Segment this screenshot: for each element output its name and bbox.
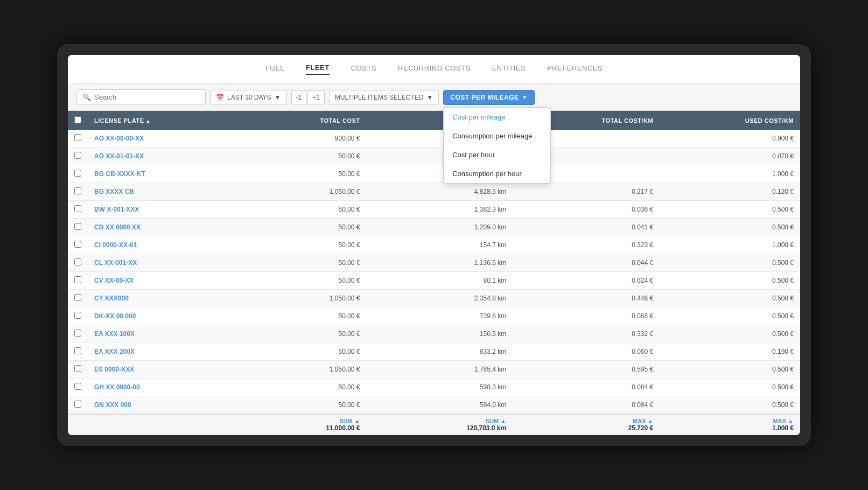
row-checkbox-cell[interactable] <box>68 130 88 148</box>
row-plate[interactable]: BG XXXX CB <box>88 183 246 201</box>
row-cost-km: 0.044 € <box>513 254 660 272</box>
row-plate[interactable]: ES 0000-XXX <box>88 361 246 379</box>
row-used-cost-km: 0.500 € <box>660 379 800 396</box>
row-plate[interactable]: CV XX-00-XX <box>88 272 246 290</box>
row-checkbox[interactable] <box>74 401 81 408</box>
row-checkbox-cell[interactable] <box>68 290 88 307</box>
row-checkbox[interactable] <box>74 223 81 230</box>
row-plate[interactable]: GH XX 0000-00 <box>88 379 246 396</box>
table-body: AO XX-00-00-XX 900.00 € 667.7 km 0.900 €… <box>68 130 800 414</box>
row-total-cost: 50.00 € <box>246 254 367 272</box>
row-checkbox-cell[interactable] <box>68 201 88 219</box>
nav-fuel[interactable]: FUEL <box>265 64 284 74</box>
row-checkbox-cell[interactable] <box>68 325 88 343</box>
footer-used-cost-km-label: MAX ▲ <box>666 418 794 424</box>
row-plate[interactable]: AO XX-00-00-XX <box>88 130 246 148</box>
row-checkbox[interactable] <box>74 241 81 248</box>
row-checkbox[interactable] <box>74 134 81 141</box>
row-checkbox[interactable] <box>74 383 81 390</box>
row-checkbox-cell[interactable] <box>68 379 88 396</box>
row-total-cost: 50.00 € <box>246 201 367 219</box>
col-used-cost-km[interactable]: USED COST/KM <box>660 111 800 130</box>
row-checkbox[interactable] <box>74 170 81 177</box>
row-plate[interactable]: BG CB-XXXX-KT <box>88 165 246 183</box>
row-used-cost-km: 0.900 € <box>660 130 800 148</box>
dropdown-item-consumption-mileage[interactable]: Consumption per mileage <box>444 127 550 145</box>
multi-select-dropdown[interactable]: MULTIPLE ITEMS SELECTED ▼ <box>329 90 439 105</box>
row-used-cost-km: 0.070 € <box>660 148 800 165</box>
row-total-mileage: 594.0 km <box>367 396 513 415</box>
row-plate[interactable]: CL XX-001-XX <box>88 254 246 272</box>
row-plate[interactable]: GN XXX 000 <box>88 396 246 415</box>
table-row: DK-XX 00 000 50.00 € 739.6 km 0.068 € 0.… <box>68 307 800 325</box>
row-checkbox[interactable] <box>74 347 81 354</box>
date-filter[interactable]: 📅 LAST 30 DAYS ▼ <box>210 90 287 105</box>
nav-fleet[interactable]: FLEET <box>306 64 330 75</box>
row-plate[interactable]: CD XX 0000 XX <box>88 219 246 236</box>
row-total-mileage: 598.3 km <box>367 379 513 396</box>
row-used-cost-km: 0.500 € <box>660 396 800 415</box>
calendar-icon: 📅 <box>216 94 224 101</box>
multi-select-label: MULTIPLE ITEMS SELECTED <box>335 94 423 101</box>
col-license-plate[interactable]: LICENSE PLATE <box>88 111 246 130</box>
step-minus-button[interactable]: -1 <box>291 90 307 104</box>
row-checkbox[interactable] <box>74 187 81 194</box>
row-checkbox-cell[interactable] <box>68 183 88 201</box>
row-plate[interactable]: CY XXX000 <box>88 290 246 307</box>
row-total-mileage: 1,382.3 km <box>367 201 513 219</box>
step-buttons: -1 +1 <box>291 90 325 104</box>
select-all-header[interactable] <box>68 111 88 130</box>
row-checkbox-cell[interactable] <box>68 254 88 272</box>
nav-entities[interactable]: ENTITIES <box>492 64 526 74</box>
cost-filter-arrow: ▼ <box>522 94 528 100</box>
multi-select-arrow: ▼ <box>426 94 433 101</box>
select-all-checkbox[interactable] <box>74 116 81 123</box>
dropdown-item-cost-mileage[interactable]: Cost per mileage <box>444 108 550 127</box>
cost-filter-dropdown[interactable]: COST PER MILEAGE ▼ <box>443 90 535 105</box>
search-input[interactable] <box>94 93 200 101</box>
row-checkbox-cell[interactable] <box>68 236 88 254</box>
row-total-mileage: 1,136.5 km <box>367 254 513 272</box>
row-checkbox[interactable] <box>74 276 81 283</box>
search-box[interactable]: 🔍 <box>76 89 206 105</box>
row-checkbox[interactable] <box>74 152 81 159</box>
row-checkbox-cell[interactable] <box>68 361 88 379</box>
row-used-cost-km: 0.500 € <box>660 219 800 236</box>
row-checkbox[interactable] <box>74 312 81 319</box>
row-checkbox[interactable] <box>74 365 81 372</box>
row-checkbox-cell[interactable] <box>68 396 88 415</box>
table-footer: SUM ▲ 11,000.00 € SUM ▲ 120,703.0 km MAX… <box>68 414 800 435</box>
row-checkbox-cell[interactable] <box>68 148 88 165</box>
row-checkbox-cell[interactable] <box>68 343 88 361</box>
row-used-cost-km: 0.500 € <box>660 201 800 219</box>
nav-preferences[interactable]: PREFERENCES <box>547 64 603 74</box>
row-total-cost: 50.00 € <box>246 379 367 396</box>
row-plate[interactable]: AO XX-01-01-XX <box>88 148 246 165</box>
row-checkbox[interactable] <box>74 205 81 212</box>
row-total-mileage: 833.2 km <box>367 343 513 361</box>
row-cost-km: 0.068 € <box>513 307 660 325</box>
row-plate[interactable]: EA XXX 100X <box>88 325 246 343</box>
col-total-cost[interactable]: TOTAL COST <box>246 111 367 130</box>
row-checkbox[interactable] <box>74 294 81 301</box>
dropdown-item-consumption-hour[interactable]: Consumption per hour <box>444 164 550 183</box>
row-checkbox[interactable] <box>74 258 81 265</box>
row-total-cost: 50.00 € <box>246 307 367 325</box>
nav-recurring-costs[interactable]: RECURRING COSTS <box>398 64 471 74</box>
row-checkbox-cell[interactable] <box>68 307 88 325</box>
row-plate[interactable]: DK-XX 00 000 <box>88 307 246 325</box>
dropdown-item-cost-hour[interactable]: Cost per hour <box>444 145 550 164</box>
row-checkbox-cell[interactable] <box>68 165 88 183</box>
row-used-cost-km: 0.190 € <box>660 343 800 361</box>
nav-bar: FUEL FLEET COSTS RECURRING COSTS ENTITIE… <box>68 55 800 84</box>
row-plate[interactable]: BW X-001-XXX <box>88 201 246 219</box>
row-total-cost: 50.00 € <box>246 272 367 290</box>
step-plus-button[interactable]: +1 <box>307 90 325 104</box>
row-checkbox-cell[interactable] <box>68 272 88 290</box>
row-plate[interactable]: EA XXX 200X <box>88 343 246 361</box>
row-checkbox[interactable] <box>74 330 81 337</box>
footer-total-mileage-col: SUM ▲ 120,703.0 km <box>367 414 513 435</box>
row-plate[interactable]: CI 0000-XX-01 <box>88 236 246 254</box>
row-checkbox-cell[interactable] <box>68 219 88 236</box>
nav-costs[interactable]: COSTS <box>351 64 376 74</box>
